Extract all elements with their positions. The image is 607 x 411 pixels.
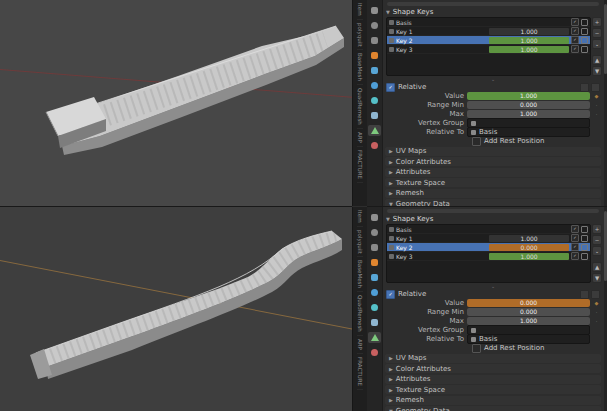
lock-icon[interactable] [581,244,588,251]
relative-checkbox[interactable]: ✓ [386,290,395,299]
constraints-tab[interactable] [368,110,381,121]
shape-key-row[interactable]: Key 1 1.000 ✓ [387,27,590,36]
constraints-tab[interactable] [368,317,381,328]
relative-to-field[interactable]: Basis [467,334,590,344]
particles-tab[interactable] [368,80,381,91]
decorator-dot-icon[interactable]: · [593,102,600,108]
shape-key-value[interactable]: 1.000 [489,28,569,35]
section-geometry-data[interactable]: ▼Geometry Data [385,406,601,411]
shape-key-row[interactable]: Basis ✓ [387,18,590,27]
sidebar-tab-item[interactable]: Item [357,207,363,227]
mute-checkbox[interactable]: ✓ [571,36,579,44]
mute-checkbox[interactable]: ✓ [571,243,579,251]
tool-tab[interactable] [368,5,381,16]
section-attributes[interactable]: ▶Attributes [385,168,601,177]
move-up-button[interactable]: ▲ [592,262,602,272]
3d-viewport-bottom[interactable] [0,207,352,411]
physics-tab[interactable] [368,302,381,313]
shape-keys-panel-header[interactable]: ▼ Shape Keys [383,214,603,223]
shape-key-lock-icon[interactable] [591,290,600,299]
max-field[interactable]: 1.000 [467,110,590,118]
sidebar-tab-quadremesh[interactable]: QuadRemesh [357,85,363,129]
move-down-button[interactable]: ▼ [592,273,602,283]
shape-key-value[interactable]: 0.000 [489,244,569,251]
sidebar-tab-polyquilt[interactable]: polyquilt [357,227,363,258]
range-min-field[interactable]: 0.000 [467,101,590,109]
shape-key-row[interactable]: Key 1 1.000 ✓ [387,234,590,243]
sidebar-tab-basemesh[interactable]: BaseMesh [357,257,363,292]
sidebar-tab-arp[interactable]: ARP [357,336,363,354]
shape-key-value[interactable]: 1.000 [489,46,569,53]
decorator-dot-icon[interactable]: · [593,309,600,315]
section-texture-space[interactable]: ▶Texture Space [385,385,601,394]
relative-checkbox[interactable]: ✓ [386,83,395,92]
add-shape-key-button[interactable]: + [592,224,602,234]
decorator-dot-icon[interactable]: · [593,111,600,117]
move-up-button[interactable]: ▲ [592,55,602,65]
output-tab[interactable] [368,35,381,46]
list-resize-handle[interactable]: ⌄ [383,76,603,82]
sidebar-tab-item[interactable]: Item [357,0,363,20]
section-color-attributes[interactable]: ▶Color Attributes [385,364,601,373]
add-shape-key-button[interactable]: + [592,17,602,27]
shape-key-row-selected[interactable]: Key 2 1.000 ✓ [387,36,590,45]
section-remesh[interactable]: ▶Remesh [385,189,601,198]
particles-tab[interactable] [368,287,381,298]
sidebar-tab-fracture[interactable]: FRACTURE [357,147,363,183]
range-min-field[interactable]: 0.000 [467,308,590,316]
mute-checkbox[interactable]: ✓ [571,18,579,26]
material-tab[interactable] [368,140,381,151]
shape-key-value[interactable]: 1.000 [489,235,569,242]
lock-icon[interactable] [581,28,588,35]
shape-key-value[interactable]: 1.000 [489,253,569,260]
mute-checkbox[interactable]: ✓ [571,225,579,233]
add-rest-position-checkbox[interactable] [472,137,481,146]
keyframe-decorator-icon[interactable]: ◆ [593,300,600,306]
lock-icon[interactable] [581,253,588,260]
lock-icon[interactable] [581,37,588,44]
mute-checkbox[interactable]: ✓ [571,45,579,53]
lock-icon[interactable] [581,235,588,242]
sidebar-tab-fracture[interactable]: FRACTURE [357,354,363,390]
section-geometry-data[interactable]: ▼Geometry Data [385,199,601,207]
section-color-attributes[interactable]: ▶Color Attributes [385,157,601,166]
sidebar-tab-basemesh[interactable]: BaseMesh [357,50,363,85]
shape-key-edit-mode-icon[interactable] [580,83,589,92]
material-tab[interactable] [368,347,381,358]
section-uv-maps[interactable]: ▶UV Maps [385,354,601,363]
object-tab[interactable] [368,257,381,268]
shape-key-value[interactable]: 1.000 [489,37,569,44]
remove-shape-key-button[interactable]: − [592,235,602,245]
shape-key-specials-button[interactable]: ⌄ [592,246,602,256]
value-slider[interactable]: 1.000 [467,92,590,100]
object-data-tab[interactable] [368,125,381,136]
shape-key-row[interactable]: Key 3 1.000 ✓ [387,252,590,261]
output-tab[interactable] [368,242,381,253]
shape-key-row[interactable]: Basis ✓ [387,225,590,234]
modifiers-tab[interactable] [368,65,381,76]
sidebar-tab-polyquilt[interactable]: polyquilt [357,20,363,51]
shape-key-edit-mode-icon[interactable] [580,290,589,299]
move-down-button[interactable]: ▼ [592,66,602,76]
lock-icon[interactable] [581,226,588,233]
max-field[interactable]: 1.000 [467,317,590,325]
decorator-dot-icon[interactable]: · [593,318,600,324]
tool-tab[interactable] [368,212,381,223]
section-attributes[interactable]: ▶Attributes [385,375,601,384]
render-tab[interactable] [368,227,381,238]
list-resize-handle[interactable]: ⌄ [383,283,603,289]
3d-viewport-top[interactable] [0,0,352,207]
mute-checkbox[interactable]: ✓ [571,27,579,35]
shape-key-row[interactable]: Key 3 1.000 ✓ [387,45,590,54]
relative-to-field[interactable]: Basis [467,127,590,137]
value-slider[interactable]: 0.000 [467,299,590,307]
modifiers-tab[interactable] [368,272,381,283]
shape-key-lock-icon[interactable] [591,83,600,92]
add-rest-position-checkbox[interactable] [472,344,481,353]
lock-icon[interactable] [581,46,588,53]
section-remesh[interactable]: ▶Remesh [385,396,601,405]
shape-key-row-selected[interactable]: Key 2 0.000 ✓ [387,243,590,252]
mute-checkbox[interactable]: ✓ [571,252,579,260]
remove-shape-key-button[interactable]: − [592,28,602,38]
mute-checkbox[interactable]: ✓ [571,234,579,242]
